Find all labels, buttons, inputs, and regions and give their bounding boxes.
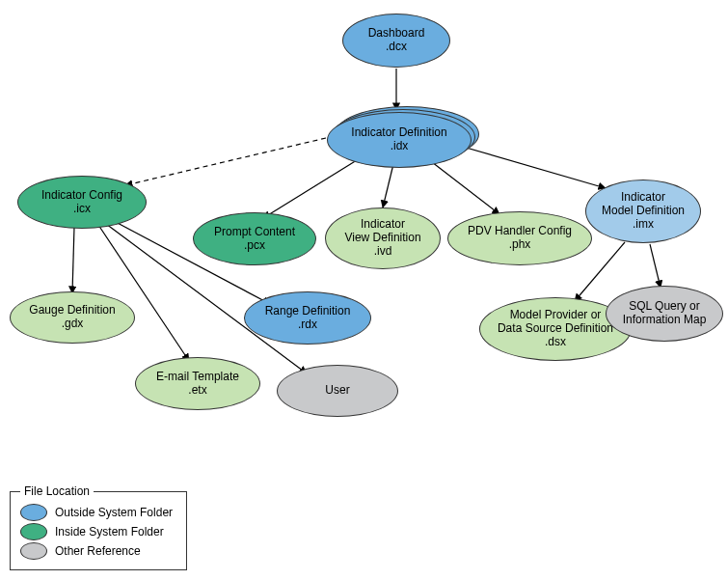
node-user: User [277, 365, 398, 417]
node-pdvhandler-line2: .phx [468, 238, 572, 252]
legend-item-other: Other Reference [20, 542, 173, 560]
legend-title: File Location [20, 484, 94, 498]
edge-indicatordef-indicatorconfig [125, 138, 326, 185]
node-indicatordef-line2: .idx [351, 140, 446, 153]
node-modeldef-line2: Model Definition [602, 205, 685, 218]
node-modelprovider-line2: Data Source Definition [498, 322, 613, 336]
node-promptcontent-line2: .pcx [214, 239, 295, 253]
node-indicatorconfig-line2: .icx [41, 203, 122, 216]
legend: File Location Outside System Folder Insi… [10, 491, 187, 570]
node-indicatorconfig-line1: Indicator Config [41, 189, 122, 203]
node-modeldef: Indicator Model Definition .imx [585, 180, 701, 243]
node-promptcontent-line1: Prompt Content [214, 226, 295, 239]
node-viewdef-line1: Indicator [344, 218, 420, 232]
node-gaugedef-line1: Gauge Definition [29, 304, 115, 318]
node-indicatordef: Indicator Definition .idx [327, 112, 472, 168]
node-emailtpl: E-mail Template .etx [135, 357, 260, 410]
node-modelprovider-line3: .dsx [498, 336, 613, 349]
node-modeldef-line3: .imx [602, 218, 685, 232]
node-pdvhandler: PDV Handler Config .phx [447, 211, 592, 265]
node-dashboard: Dashboard .dcx [342, 14, 450, 68]
node-modeldef-line1: Indicator [602, 191, 685, 205]
node-viewdef-line2: View Definition [344, 232, 420, 245]
node-dashboard-line2: .dcx [368, 41, 425, 54]
node-pdvhandler-line1: PDV Handler Config [468, 225, 572, 238]
edge-indicatordef-promptcontent [263, 160, 357, 218]
edge-indicatordef-pdvhandler [432, 162, 499, 214]
legend-swatch-other [20, 542, 47, 560]
legend-label-other: Other Reference [55, 544, 141, 558]
legend-item-outside: Outside System Folder [20, 504, 173, 521]
legend-swatch-outside [20, 504, 47, 521]
node-indicatordef-line1: Indicator Definition [351, 126, 446, 140]
legend-label-inside: Inside System Folder [55, 525, 164, 539]
node-sqlquery-line1: SQL Query or [623, 300, 707, 314]
node-gaugedef: Gauge Definition .gdx [10, 291, 135, 344]
diagram-canvas: Dashboard .dcx Indicator Definition .idx… [0, 0, 728, 580]
node-rangedef: Range Definition .rdx [244, 291, 371, 345]
node-indicatorconfig: Indicator Config .icx [17, 176, 147, 229]
node-viewdef: Indicator View Definition .ivd [325, 207, 441, 269]
legend-swatch-inside [20, 523, 47, 540]
node-gaugedef-line2: .gdx [29, 318, 115, 331]
node-sqlquery: SQL Query or Information Map [606, 286, 723, 342]
edge-indicatordef-viewdef [383, 164, 393, 207]
node-modelprovider-line1: Model Provider or [498, 309, 613, 322]
edge-indicatorconfig-gaugedef [72, 227, 74, 293]
edge-modeldef-sqlquery [650, 244, 661, 288]
node-rangedef-line2: .rdx [265, 318, 351, 332]
legend-label-outside: Outside System Folder [55, 506, 173, 519]
node-rangedef-line1: Range Definition [265, 305, 351, 318]
edge-indicatorconfig-emailtpl [98, 225, 189, 361]
node-promptcontent: Prompt Content .pcx [193, 212, 316, 265]
node-sqlquery-line2: Information Map [623, 314, 707, 327]
node-user-line1: User [325, 384, 349, 398]
node-dashboard-line1: Dashboard [368, 27, 425, 41]
legend-item-inside: Inside System Folder [20, 523, 173, 540]
node-viewdef-line3: .ivd [344, 245, 420, 259]
node-emailtpl-line1: E-mail Template [156, 371, 239, 384]
edge-indicatordef-modeldef [463, 147, 606, 188]
node-emailtpl-line2: .etx [156, 384, 239, 398]
